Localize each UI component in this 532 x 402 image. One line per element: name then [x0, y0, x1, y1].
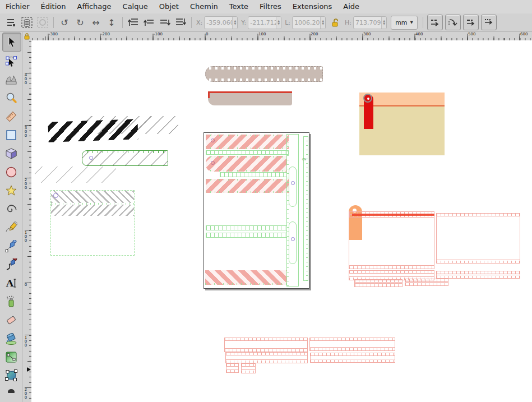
- red-hatch-strip-3[interactable]: [206, 179, 289, 193]
- tool-mesh[interactable]: [2, 367, 20, 385]
- width-label: L:: [285, 19, 290, 26]
- bottom-jigsaw-strip-3[interactable]: [225, 352, 308, 363]
- pink-jigsaw-small-2[interactable]: [405, 279, 448, 286]
- cover-strip[interactable]: [208, 91, 292, 105]
- height-input[interactable]: 713,709 ▲▼: [353, 16, 387, 29]
- x-spinner[interactable]: ▲▼: [232, 17, 237, 29]
- selection-settings-icon[interactable]: [4, 16, 18, 29]
- x-input[interactable]: -359,060 ▲▼: [204, 16, 238, 29]
- tool-box-3d[interactable]: [2, 145, 20, 163]
- tool-ellipse[interactable]: [2, 163, 20, 181]
- h-ruler-label: 400: [415, 32, 423, 36]
- raise-icon[interactable]: [142, 16, 156, 29]
- slot-hole-2: [291, 237, 295, 241]
- bottom-jigsaw-piece-2[interactable]: [241, 363, 256, 373]
- green-comb-band-3[interactable]: [206, 225, 287, 230]
- menu-texte[interactable]: Texte: [224, 0, 254, 13]
- move-corners-toggle[interactable]: [445, 15, 461, 30]
- y-input[interactable]: -211,712 ▲▼: [248, 16, 281, 29]
- move-gradients-toggle[interactable]: [463, 15, 479, 30]
- bottom-jigsaw-strip-2[interactable]: [309, 338, 395, 351]
- bottom-jigsaw-piece-1[interactable]: [226, 363, 239, 373]
- raise-to-top-icon[interactable]: [127, 16, 140, 29]
- tool-eraser[interactable]: [2, 311, 20, 329]
- lower-to-bottom-icon[interactable]: [174, 16, 187, 29]
- select-all-icon[interactable]: [20, 16, 34, 29]
- slot-capsule-1[interactable]: [289, 167, 297, 207]
- pink-jigsaw-small-1[interactable]: [354, 279, 403, 287]
- tool-paint-bucket[interactable]: [2, 330, 20, 348]
- lock-ratio-icon[interactable]: [329, 16, 342, 29]
- black-hatch-strip[interactable]: [48, 119, 138, 142]
- green-hatch-strip[interactable]: [82, 150, 168, 166]
- menu-calque[interactable]: Calque: [117, 0, 154, 13]
- tool-calligraphy[interactable]: [2, 256, 20, 274]
- bottom-jigsaw-strip-1[interactable]: [224, 338, 308, 352]
- tool-dropper[interactable]: [2, 385, 20, 393]
- width-input[interactable]: 1006,20 ▲▼: [292, 16, 326, 29]
- menu-extensions[interactable]: Extensions: [287, 0, 338, 13]
- tool-bezier-pen[interactable]: [2, 237, 20, 255]
- green-comb-band-2[interactable]: [220, 172, 287, 177]
- green-comb-band-4[interactable]: [206, 233, 287, 238]
- slot-hole-1: [291, 181, 295, 185]
- canvas[interactable]: CN: [31, 40, 532, 402]
- flip-vertical-icon[interactable]: ↕: [105, 16, 118, 29]
- pink-jigsaw-panel-1[interactable]: [349, 211, 434, 269]
- menu-objet[interactable]: Objet: [154, 0, 184, 13]
- tool-gradient[interactable]: [2, 348, 20, 366]
- move-clips-toggle[interactable]: [481, 15, 497, 30]
- x-field: X: -359,060 ▲▼: [196, 16, 238, 29]
- bottom-jigsaw-strip-4[interactable]: [310, 353, 395, 363]
- tool-tweak[interactable]: [2, 71, 20, 89]
- tool-zoom[interactable]: [2, 89, 20, 107]
- tool-spray[interactable]: [2, 293, 20, 311]
- cover-strip-red-tab: [208, 91, 210, 98]
- red-hatch-strip-4[interactable]: [205, 270, 287, 285]
- red-pin-hole: [367, 98, 369, 100]
- tool-selector[interactable]: [2, 33, 21, 52]
- menu-aide[interactable]: Aide: [337, 0, 365, 13]
- vertical-ruler[interactable]: 4003002001000100200: [22, 40, 32, 402]
- slot-capsule-2[interactable]: [289, 221, 297, 264]
- gray-stripe-strip[interactable]: [35, 167, 116, 183]
- rotate-ccw-icon[interactable]: ↺: [58, 16, 71, 29]
- rotate-cw-icon[interactable]: ↻: [73, 16, 87, 29]
- lower-icon[interactable]: [158, 16, 172, 29]
- pink-jigsaw-panel-2[interactable]: [436, 213, 520, 264]
- width-spinner[interactable]: ▲▼: [320, 17, 325, 29]
- tiny-part-label: CN: [302, 158, 306, 161]
- menu-filtres[interactable]: Filtres: [254, 0, 287, 13]
- green-comb-band-1[interactable]: [206, 150, 289, 155]
- h-ruler-label: 600: [520, 32, 528, 36]
- menu-affichage[interactable]: Affichage: [71, 0, 117, 13]
- horizontal-ruler[interactable]: -300-200-1000100200300400500600: [31, 32, 532, 41]
- pink-jigsaw-strip-2[interactable]: [436, 271, 520, 279]
- menu-edition[interactable]: Édition: [35, 0, 72, 13]
- tool-node-editor[interactable]: [2, 52, 20, 70]
- box-3d-icon: [5, 147, 17, 160]
- green-jigsaw-box[interactable]: [50, 190, 135, 256]
- menu-fichier[interactable]: Fichier: [0, 0, 35, 13]
- menu-chemin[interactable]: Chemin: [184, 0, 224, 13]
- flip-horizontal-icon[interactable]: ↔: [89, 16, 103, 29]
- red-hatch-strip-1[interactable]: [206, 135, 289, 149]
- height-spinner[interactable]: ▲▼: [381, 17, 386, 29]
- ruler-lock-toggle[interactable]: [22, 32, 31, 40]
- tool-rectangle[interactable]: [2, 126, 20, 144]
- notched-strap[interactable]: [205, 66, 323, 82]
- rivet-hole: [89, 156, 93, 160]
- move-patterns-toggle[interactable]: [427, 15, 443, 30]
- orange-red-line[interactable]: [352, 214, 434, 216]
- red-hatch-strip-2[interactable]: [206, 156, 287, 172]
- select-all-layers-icon[interactable]: [36, 16, 49, 29]
- y-spinner[interactable]: ▲▼: [276, 17, 281, 29]
- lock-icon: [24, 33, 30, 40]
- v-ruler-label: 200: [24, 178, 28, 190]
- tool-measure[interactable]: [2, 108, 20, 126]
- tool-text[interactable]: A: [2, 274, 20, 292]
- tool-pencil[interactable]: [2, 219, 20, 237]
- unit-dropdown[interactable]: mm ▼: [391, 16, 418, 30]
- tool-star[interactable]: [2, 182, 20, 200]
- tool-spiral[interactable]: [2, 200, 20, 218]
